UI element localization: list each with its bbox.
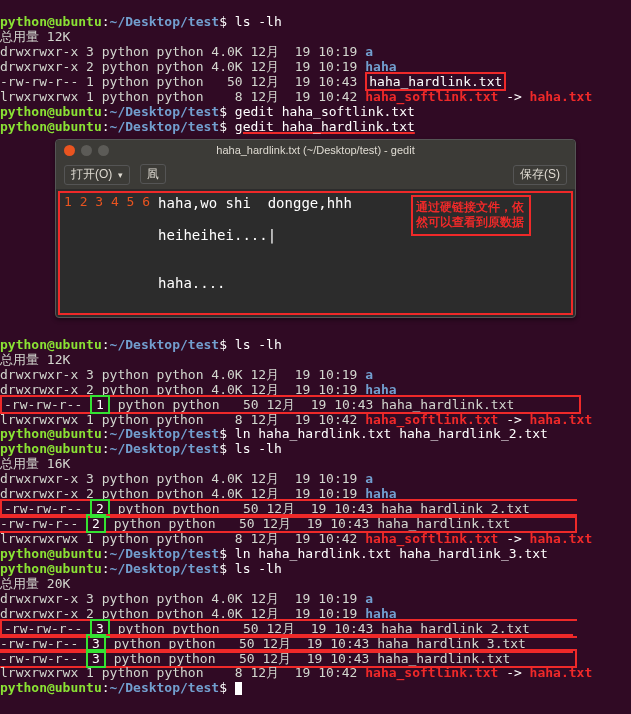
editor-content[interactable]: haha,wo shi dongge,hhh heiheihei....| ha… [154,193,356,313]
ls-row: drwxrwxr-x 2 python python 4.0K 12月 19 1… [0,59,397,74]
command: gedit haha_softlink.txt [235,104,415,119]
command: ls -lh [235,441,282,456]
line-gutter: 1 2 3 4 5 6 [60,193,154,313]
ls-row: lrwxrwxrwx 1 python python 8 12月 19 10:4… [0,531,592,546]
gedit-window: haha_hardlink.txt (~/Desktop/test) - ged… [55,139,576,317]
chevron-down-icon [116,168,123,182]
broken-link: haha_softlink.txt [365,89,498,104]
total-line: 总用量 16K [0,456,70,471]
ls-row: drwxrwxr-x 3 python python 4.0K 12月 19 1… [0,471,373,486]
cursor-block [235,682,242,695]
gedit-titlebar: haha_hardlink.txt (~/Desktop/test) - ged… [56,140,575,161]
command: ln haha_hardlink.txt haha_hardlink_2.txt [235,426,548,441]
window-title: haha_hardlink.txt (~/Desktop/test) - ged… [216,144,414,156]
save-button[interactable]: 保存(S) [513,165,567,185]
close-icon[interactable] [64,145,75,156]
prompt: python@ubuntu:~/Desktop/test$ [0,680,227,695]
prompt: python@ubuntu:~/Desktop/test$ [0,426,227,441]
dir-name: a [365,44,373,59]
prompt: python@ubuntu:~/Desktop/test$ [0,104,227,119]
annotation-callout: 通过硬链接文件，依然可以查看到原数据 [411,195,531,236]
ls-row: drwxrwxr-x 3 python python 4.0K 12月 19 1… [0,44,373,59]
highlight-box: -rw-rw-r-- 3 python python 50 12月 19 10:… [0,619,577,668]
total-line: 总用量 20K [0,576,70,591]
command: gedit haha_hardlink.txt [235,119,415,134]
command: ls -lh [235,561,282,576]
total-line: 总用量 12K [0,352,70,367]
command: ls -lh [235,14,282,29]
ls-row: lrwxrwxrwx 1 python python 8 12月 19 10:4… [0,412,592,427]
minimize-icon[interactable] [81,145,92,156]
new-doc-button[interactable]: 凮 [140,164,166,184]
prompt: python@ubuntu:~/Desktop/test$ [0,14,227,29]
prompt: python@ubuntu:~/Desktop/test$ [0,546,227,561]
gedit-editor[interactable]: 1 2 3 4 5 6 haha,wo shi dongge,hhh heihe… [58,191,573,315]
highlight-box: -rw-rw-r-- 2 python python 50 12月 19 10:… [0,499,577,533]
prompt: python@ubuntu:~/Desktop/test$ [0,561,227,576]
total-line: 总用量 12K [0,29,70,44]
prompt: python@ubuntu:~/Desktop/test$ [0,337,227,352]
ls-row: lrwxrwxrwx 1 python python 8 12月 19 10:4… [0,665,592,680]
ls-row: drwxrwxr-x 3 python python 4.0K 12月 19 1… [0,367,373,382]
prompt: python@ubuntu:~/Desktop/test$ [0,441,227,456]
ls-row: drwxrwxr-x 3 python python 4.0K 12月 19 1… [0,591,373,606]
terminal[interactable]: python@ubuntu:~/Desktop/test$ ls -lh 总用量… [0,0,631,134]
gedit-toolbar: 打开(O) 凮 保存(S) [56,161,575,189]
prompt: python@ubuntu:~/Desktop/test$ [0,119,227,134]
maximize-icon[interactable] [98,145,109,156]
terminal[interactable]: python@ubuntu:~/Desktop/test$ ls -lh 总用量… [0,323,631,696]
command: ls -lh [235,337,282,352]
ls-row: lrwxrwxrwx 1 python python 8 12月 19 10:4… [0,89,592,104]
open-button[interactable]: 打开(O) [64,165,130,185]
command: ln haha_hardlink.txt haha_hardlink_3.txt [235,546,548,561]
